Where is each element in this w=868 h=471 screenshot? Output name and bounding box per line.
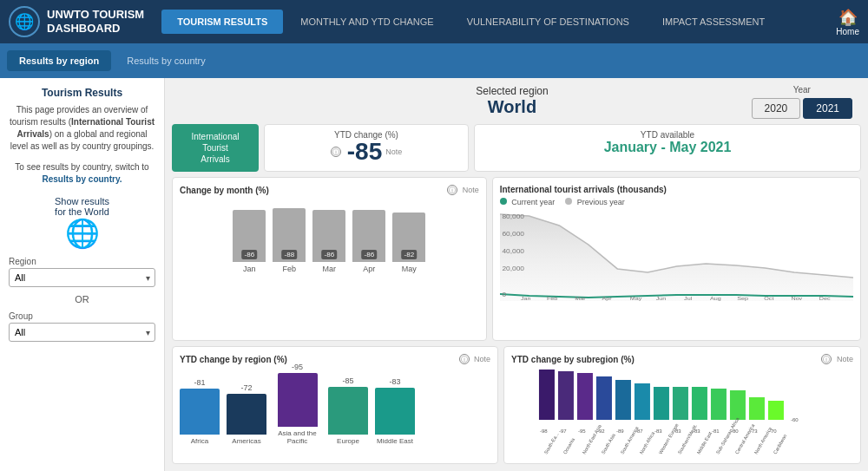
bottom-charts-row: YTD change by region (%) ⓘ Note -81 Afri… [172, 346, 861, 464]
svg-text:May: May [629, 296, 641, 301]
svg-text:Jul: Jul [684, 296, 693, 301]
nav-tab-monthly-ytd[interactable]: MONTHLY AND YTD CHANGE [285, 10, 449, 34]
region-bar-fill [278, 373, 318, 427]
month-bar-chart: -86 Jan -88 Feb -86 Mar -86 Apr -82 May [180, 195, 479, 273]
sidebar-description: This page provides an overview of touris… [9, 104, 155, 153]
top-info-row: Selected region World Year 2020 2021 [172, 85, 861, 119]
svg-text:South-Ea...: South-Ea... [543, 431, 560, 455]
svg-text:Oceania: Oceania [562, 436, 576, 455]
svg-text:South Asia: South Asia [601, 432, 617, 455]
ytd-change-value: -85 [347, 140, 382, 164]
content-area: Selected region World Year 2020 2021 Int… [165, 78, 868, 471]
region-bar-name: Middle East [377, 437, 413, 446]
subregion-bar-middle-east [692, 387, 707, 420]
subregion-bar-south-ea [539, 370, 555, 420]
subregion-bar-oceania [558, 371, 574, 420]
tab-results-by-country[interactable]: Results by country [115, 50, 217, 71]
region-bar-name: Europe [337, 437, 359, 446]
region-bar-fill [375, 388, 415, 435]
year-2021-button[interactable]: 2021 [803, 98, 852, 119]
line-chart-svg-area: 80,000 60,000 40,000 20,000 0 Jan Feb Ma… [500, 210, 853, 305]
nav-tab-vulnerability[interactable]: VULNERABILITY OF DESTINATIONS [451, 10, 645, 34]
svg-text:Feb: Feb [547, 296, 558, 301]
group-select[interactable]: All [9, 323, 155, 342]
svg-text:Sep: Sep [737, 296, 748, 301]
region-select-wrapper: All [9, 268, 155, 287]
selected-region-display: Selected region World [400, 85, 623, 117]
selected-region-value: World [400, 97, 623, 117]
ytd-region-info-icon[interactable]: ⓘ [459, 354, 470, 364]
nav-tab-impact[interactable]: IMPACT ASSESSMENT [647, 10, 780, 34]
svg-text:-83: -83 [654, 428, 662, 434]
sidebar-switch-text: To see results by country, switch to Res… [9, 161, 155, 186]
subregion-bar-north-america [749, 397, 765, 420]
region-bars-container: -81 Africa -72 Americas -95 Asia and the… [180, 368, 490, 446]
svg-text:Central America: Central America [734, 422, 756, 455]
chart-header: Change by month (%) ⓘ Note [180, 185, 479, 195]
svg-text:Southern/Medit.: Southern/Medit. [677, 422, 699, 455]
current-year-legend-dot [500, 198, 507, 205]
home-icon: 🏠 [836, 8, 859, 27]
region-bar-africa: -81 Africa [180, 378, 220, 446]
svg-text:Middle East: Middle East [696, 430, 713, 455]
svg-text:Jan: Jan [521, 296, 531, 301]
svg-text:North Africa: North Africa [639, 430, 656, 455]
logo-text: UNWTO TOURISM DASHBOARD [47, 8, 144, 35]
home-button[interactable]: 🏠 Home [836, 8, 859, 36]
svg-text:-60: -60 [791, 417, 799, 422]
subregion-chart-header: YTD change by subregion (%) ⓘ Note [511, 354, 853, 364]
tab-results-by-region[interactable]: Results by region [7, 50, 111, 71]
svg-text:Nov: Nov [791, 296, 803, 301]
region-bar-name: Asia and the Pacific [273, 429, 321, 446]
international-tourist-arrivals-card[interactable]: International Tourist Arrivals [172, 124, 259, 172]
ytd-subregion-note: ⓘ Note [821, 354, 853, 364]
change-by-month-note: ⓘ Note [447, 185, 479, 195]
svg-text:40,000: 40,000 [502, 248, 524, 255]
region-bar-value: -85 [342, 376, 353, 385]
region-bar-americas: -72 Americas [227, 383, 266, 446]
world-globe-icon[interactable]: 🌐 [9, 217, 155, 250]
region-bar-asia-and-the-pacific: -95 Asia and the Pacific [273, 363, 321, 446]
month-bar-feb: -88 Feb [273, 208, 306, 273]
globe-logo-icon: 🌐 [15, 12, 34, 31]
ytd-subregion-info-icon[interactable]: ⓘ [821, 354, 832, 364]
show-world: Show results for the World 🌐 [9, 196, 155, 250]
region-select[interactable]: All [9, 268, 155, 287]
svg-text:Jun: Jun [655, 296, 666, 301]
results-by-country-link[interactable]: Results by country. [42, 174, 122, 184]
region-chart-header: YTD change by region (%) ⓘ Note [180, 354, 490, 364]
month-bar-mar: -86 Mar [312, 210, 345, 273]
svg-text:Caribbean: Caribbean [773, 434, 788, 455]
ytd-change-card: YTD change (%) ⓘ -85 Note [264, 124, 469, 172]
sidebar-title: Tourism Results [9, 87, 155, 99]
region-bar-value: -95 [292, 363, 303, 371]
nav-tab-tourism-results[interactable]: TOURISM RESULTS [161, 10, 283, 34]
selected-region-label: Selected region [400, 85, 623, 97]
year-buttons: 2020 2021 [752, 98, 852, 119]
prev-year-legend: Previous year [565, 198, 625, 206]
month-bar-may: -82 May [392, 213, 425, 273]
svg-text:0: 0 [502, 291, 506, 298]
ytd-change-info-icon[interactable]: ⓘ [331, 147, 341, 157]
bar-month-jan: Jan [243, 265, 256, 273]
bar-month-may: May [402, 265, 417, 273]
ytd-subregion-title: YTD change by subregion (%) [511, 355, 635, 364]
region-bar-name: Africa [191, 437, 208, 446]
ytd-available-card: YTD available January - May 2021 [474, 124, 861, 172]
month-bar-apr: -86 Apr [352, 210, 385, 273]
arrivals-chart-title: International tourist arrivals (thousand… [500, 185, 853, 194]
or-label: OR [9, 294, 155, 304]
svg-text:Mar: Mar [575, 296, 586, 301]
subregion-bar-north-africa [635, 383, 650, 420]
year-2020-button[interactable]: 2020 [752, 98, 801, 119]
bar-value-may: -82 [402, 250, 418, 259]
region-bar-value: -83 [389, 377, 400, 386]
sub-header: Results by region Results by country [0, 43, 868, 78]
svg-text:-95: -95 [578, 428, 586, 434]
svg-text:-89: -89 [616, 428, 624, 434]
svg-text:Aug: Aug [710, 296, 721, 301]
bar-value-mar: -86 [322, 250, 338, 259]
change-by-month-card: Change by month (%) ⓘ Note -86 Jan -88 F… [172, 177, 487, 341]
group-select-wrapper: All [9, 323, 155, 342]
change-by-month-info-icon[interactable]: ⓘ [447, 185, 457, 195]
